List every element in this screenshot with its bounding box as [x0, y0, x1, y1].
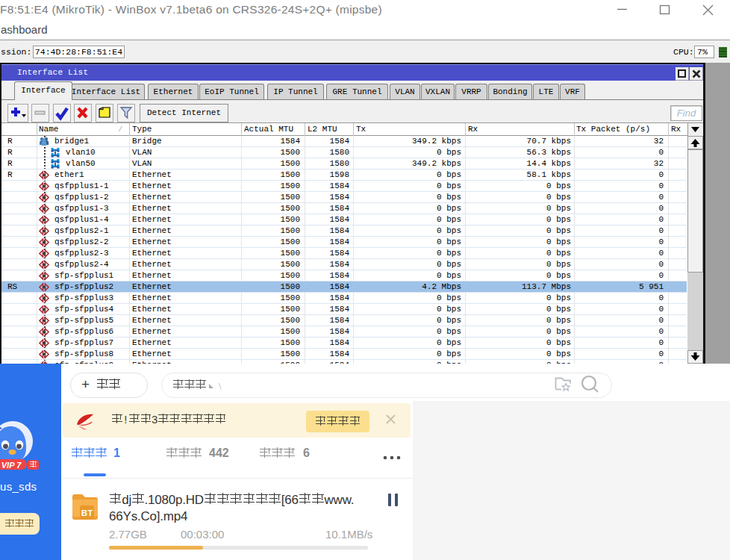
svg-text:BT: BT	[81, 508, 93, 517]
